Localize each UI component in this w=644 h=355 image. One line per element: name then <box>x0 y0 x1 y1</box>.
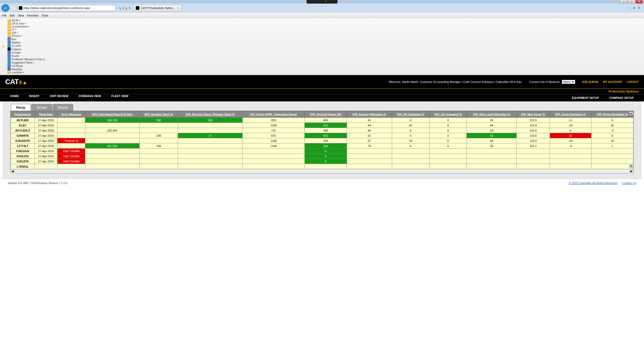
favorite-weather[interactable]: Weather <box>7 67 48 71</box>
job-queue-link[interactable]: JOB QUEUE <box>582 80 598 83</box>
cell <box>139 159 178 164</box>
uom-select[interactable]: Metric <box>562 80 575 84</box>
cell <box>139 149 178 154</box>
favorite-connections[interactable]: Connections▾ <box>7 25 48 28</box>
cell <box>550 164 591 169</box>
favorite-professor-messer-s-free-c-[interactable]: Professor Messer's Free C... <box>7 57 48 61</box>
column-header-2[interactable]: Error Message <box>57 111 85 118</box>
cell <box>178 159 242 164</box>
favorite-google[interactable]: Google <box>7 51 48 54</box>
tab-recip[interactable]: Recip <box>11 104 31 111</box>
tab-screw[interactable]: Screw <box>31 104 52 111</box>
browser-menu-favorites[interactable]: Favorites <box>27 14 38 17</box>
nav-fleet-view[interactable]: FLEET VIEW <box>106 92 133 100</box>
window-minimize-button[interactable]: — <box>620 0 627 4</box>
favorite-cognos[interactable]: Cognos <box>7 47 48 51</box>
cell <box>347 149 392 154</box>
my-account-link[interactable]: MY ACCOUNT <box>603 80 622 83</box>
cell: 116.9 <box>516 123 550 128</box>
cell: 351.832 <box>85 143 139 149</box>
cell: 0 <box>392 128 429 133</box>
search-icon[interactable]: 🔍 ▾ <box>118 6 124 10</box>
nav-insert[interactable]: INSERT <box>24 92 45 100</box>
favorite-suggested-sites[interactable]: Suggested Sites▾ <box>7 61 48 64</box>
favorite-phone[interactable]: Phone▾ <box>7 34 48 37</box>
favorite-lambda[interactable]: Lambda▾ <box>7 71 48 74</box>
favorites-icon[interactable]: ★ <box>633 6 635 10</box>
refresh-icon[interactable]: ↻ <box>129 6 131 10</box>
favorites-star-icon[interactable]: ★ <box>2 44 5 48</box>
column-header-0[interactable]: Compressor <box>11 111 35 118</box>
tab-favicon <box>136 6 139 10</box>
browser-menu-tools[interactable]: Tools <box>42 14 48 17</box>
nav-foreman-view[interactable]: FOREMAN VIEW <box>73 92 106 100</box>
cell: G3606TA <box>11 133 35 138</box>
scroll-right-button[interactable]: ▶ <box>629 169 633 174</box>
cell: 59 <box>467 143 516 149</box>
cell: 74 <box>347 143 392 149</box>
favorite-oil-gas[interactable]: Oil & Gas▾ <box>7 22 48 25</box>
folder-icon <box>7 34 11 37</box>
cell <box>429 149 467 154</box>
window-maximize-button[interactable]: ▭ <box>628 0 635 4</box>
column-header-12[interactable]: KPI: Max Temp °C <box>516 111 550 118</box>
horizontal-scrollbar[interactable]: ◀ ▶ <box>11 169 633 173</box>
favorite-qa[interactable]: QA▾ <box>7 31 48 34</box>
cell: 631 <box>304 133 347 138</box>
column-header-3[interactable]: KPI: Calculated Flow E³m³/day <box>85 111 139 118</box>
favorite-acm[interactable]: ACM▾ <box>7 19 48 22</box>
browser-back-button[interactable]: ← <box>2 4 9 12</box>
scroll-up-button[interactable]: ▲ <box>629 111 633 115</box>
tools-icon[interactable]: ⚙ <box>638 6 640 10</box>
column-header-7[interactable]: KPI: Unused Power kW <box>304 111 347 118</box>
address-bar[interactable]: https://demo.catproductivityoptimizer.co… <box>18 5 115 11</box>
cell <box>347 164 392 169</box>
cell: 165.256 <box>85 118 139 123</box>
column-header-10[interactable]: KPI: CE Unloaded % <box>429 111 467 118</box>
favorite-clues[interactable]: CLUES <box>7 44 48 47</box>
home-icon[interactable]: ⌂ <box>629 6 631 10</box>
favorite-it[interactable]: IT▾ <box>7 28 48 31</box>
cell <box>242 149 304 154</box>
browser-tab[interactable]: CAT® Productivity Optimi... ✕ <box>133 5 181 11</box>
cell: 8GTL825-2 <box>11 128 35 133</box>
scroll-left-button[interactable]: ◀ <box>11 169 15 174</box>
column-header-5[interactable]: KPI: Recycle Open / Bypass Valve % <box>178 111 242 118</box>
browser-forward-button[interactable]: → <box>10 5 16 11</box>
cell: 446 <box>304 128 347 133</box>
favorite-us-bank[interactable]: US Bank <box>7 64 48 67</box>
copyright-link[interactable]: © 2015 Caterpillar All Rights Reserved <box>569 181 617 185</box>
favorite-box[interactable]: Box <box>7 37 48 41</box>
column-header-6[interactable]: KPI: Driver RPM - Operating Speed <box>242 111 304 118</box>
column-header-1[interactable]: Read Date <box>35 111 57 118</box>
column-header-14[interactable]: KPI: Press Deviation % <box>591 111 633 118</box>
cell: 27-Apr-2016 <box>35 133 57 138</box>
browser-menu-file[interactable]: File <box>2 14 7 17</box>
cell <box>57 133 85 138</box>
browser-menu-view[interactable]: View <box>18 14 24 17</box>
nav-unit-review[interactable]: UNIT REVIEW <box>45 92 73 100</box>
favorite-webex[interactable]: Webex <box>7 41 48 44</box>
cell: 259 <box>304 138 347 143</box>
column-header-11[interactable]: KPI: Rod Load Utilization % <box>467 111 516 118</box>
logout-link[interactable]: LOGOUT <box>627 80 639 83</box>
browser-menu-edit[interactable]: Edit <box>10 14 15 17</box>
column-header-8[interactable]: KPI: Engine Utilization % <box>347 111 392 118</box>
tab-title: CAT® Productivity Optimi... <box>141 6 175 10</box>
scroll-down-button[interactable]: ▼ <box>629 164 633 168</box>
cell: L7042GL <box>11 164 35 169</box>
cell: *Pseudo Q <box>57 138 85 143</box>
contact-link[interactable]: Contact Us <box>622 181 636 185</box>
tab-diesel[interactable]: Diesel <box>53 104 73 111</box>
nav-company-setup[interactable]: COMPANY SETUP <box>604 94 639 101</box>
nav-home[interactable]: HOME <box>5 92 24 100</box>
favorite-guest[interactable]: Guest <box>7 54 48 57</box>
window-close-button[interactable]: ✕ <box>635 0 643 4</box>
column-header-9[interactable]: KPI: HE Unloaded % <box>392 111 429 118</box>
tab-close-button[interactable]: ✕ <box>177 6 179 10</box>
column-header-4[interactable]: KPI: Suction Open % <box>139 111 178 118</box>
column-header-13[interactable]: KPI: Temp Deviation % <box>550 111 591 118</box>
nav-equipment-setup[interactable]: EQUIPMENT SETUP <box>567 94 604 101</box>
cell <box>429 154 467 159</box>
cell <box>516 159 550 164</box>
